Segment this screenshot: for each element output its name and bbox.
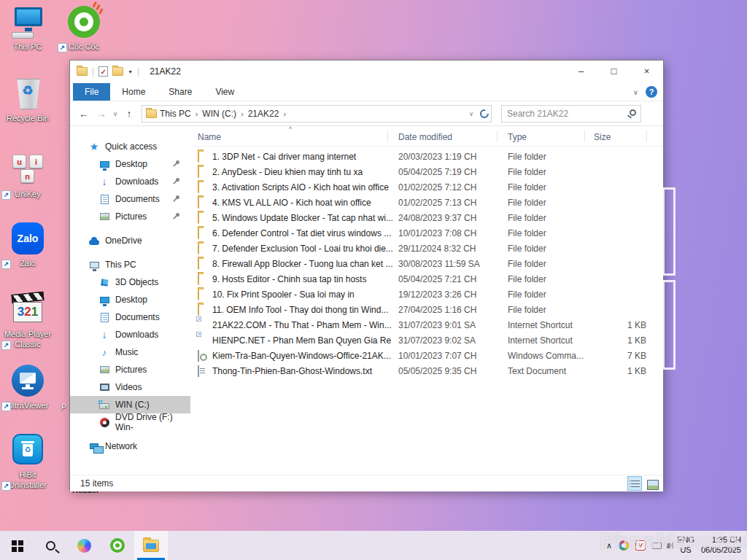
file-row[interactable]: 3. Activation Scripts AIO - Kich hoat wi… xyxy=(190,180,663,195)
sidebar-item-onedrive[interactable]: OneDrive xyxy=(70,232,190,249)
desktop-icon-thispc[interactable]: This PC xyxy=(0,4,55,52)
properties-icon[interactable]: ✓ xyxy=(98,66,108,77)
unikey-tray-icon[interactable]: V xyxy=(635,540,646,551)
copilot-button[interactable] xyxy=(67,531,101,560)
tab-view[interactable]: View xyxy=(204,84,246,101)
clock[interactable]: 1:35 CH 06/05/2025 xyxy=(701,535,741,556)
back-button[interactable]: ← xyxy=(76,108,92,120)
file-row[interactable]: 2. AnyDesk - Dieu khien may tinh tu xa 0… xyxy=(190,165,663,180)
sidebar-item-pictures[interactable]: Pictures xyxy=(70,361,190,378)
file-icon xyxy=(198,152,199,162)
new-folder-icon[interactable] xyxy=(112,67,123,76)
details-view-button[interactable] xyxy=(627,476,642,491)
tab-file[interactable]: File xyxy=(73,83,110,101)
file-row[interactable]: 8. Firewall App Blocker - Tuong lua chan… xyxy=(190,257,663,272)
desktop-icon-mpc[interactable]: 321 ↗ Media Player Classic xyxy=(0,292,55,350)
file-row[interactable]: 4. KMS VL ALL AIO - Kich hoat win office… xyxy=(190,195,663,211)
file-row[interactable]: 9. Hosts Editor - Chinh sua tap tin host… xyxy=(190,272,663,287)
desktop-icon-uv[interactable]: ↗ UltraViewer xyxy=(0,363,55,411)
column-divider[interactable] xyxy=(387,131,388,142)
sidebar-item-downloads[interactable]: ↓ Downloads xyxy=(70,173,190,190)
file-row[interactable]: 6. Defender Control - Tat diet virus win… xyxy=(190,226,663,241)
titlebar[interactable]: | ✓ ▼ | 21AK22 – □ × xyxy=(70,61,663,82)
column-header-name[interactable]: Name xyxy=(198,132,221,142)
sidebar-item-downloads[interactable]: ↓ Downloads xyxy=(70,326,190,343)
sidebar-item-videos[interactable]: Videos xyxy=(70,378,190,396)
column-headers: ^ Name Date modified Type Size xyxy=(190,126,663,147)
breadcrumb-folder[interactable]: 21AK22 xyxy=(245,109,282,119)
sidebar-item-documents[interactable]: Documents xyxy=(70,190,190,208)
file-name: 6. Defender Control - Tat diet virus win… xyxy=(212,228,395,238)
breadcrumb-drive[interactable]: WIN (C:) xyxy=(199,109,239,119)
desktop-icon-coccoc[interactable]: ↗ Cốc Cốc xyxy=(56,4,112,52)
refresh-icon[interactable] xyxy=(480,109,489,118)
search-box[interactable] xyxy=(501,105,641,122)
minimize-button[interactable]: – xyxy=(565,61,597,82)
recent-locations-icon[interactable]: ∨ xyxy=(111,110,120,117)
column-divider[interactable] xyxy=(584,131,585,142)
coccoc-taskbar-button[interactable] xyxy=(101,531,134,560)
sidebar-item-win-c-[interactable]: WIN (C:) xyxy=(70,396,190,413)
desktop-icon-label: Recycle Bin xyxy=(0,114,55,124)
language-indicator[interactable]: ENG US xyxy=(677,535,694,556)
forward-button[interactable]: → xyxy=(93,108,109,120)
desktop-icon-recycle[interactable]: ♻ Recycle Bin xyxy=(0,76,55,124)
tab-home[interactable]: Home xyxy=(110,84,157,101)
display-tray-icon[interactable] xyxy=(652,542,662,549)
sidebar-item-icon xyxy=(98,311,110,323)
desktop-icon-hibit[interactable]: ♻ ↗ HiBit Uninstaller xyxy=(0,432,55,491)
sidebar-item-label: Videos xyxy=(115,382,142,392)
file-explorer-taskbar-button[interactable] xyxy=(134,531,168,560)
up-button[interactable]: ↑ xyxy=(121,108,137,120)
column-header-type[interactable]: Type xyxy=(508,132,527,142)
sidebar-item-icon xyxy=(98,399,110,411)
volume-icon[interactable] xyxy=(667,543,670,548)
file-date-modified: 01/02/2025 7:13 CH xyxy=(398,198,476,208)
address-bar[interactable]: This PC › WIN (C:) › 21AK22 › ∨ xyxy=(142,105,492,122)
sidebar-item-documents[interactable]: Documents xyxy=(70,308,190,326)
tray-app-icon[interactable] xyxy=(619,540,629,551)
thumbnail-view-button[interactable] xyxy=(644,476,659,491)
sidebar-item-this-pc[interactable]: This PC xyxy=(70,256,190,273)
tray-expand-icon[interactable]: ∧ xyxy=(606,541,612,551)
file-row[interactable]: 11. OEM Info Tool - Thay doi thong tin W… xyxy=(190,303,663,318)
sidebar-item-network[interactable]: Network xyxy=(70,438,190,455)
column-header-date[interactable]: Date modified xyxy=(398,132,452,142)
sidebar-item-desktop[interactable]: Desktop xyxy=(70,155,190,173)
file-row[interactable]: ↗ 21AK22.COM - Thu That - Pham Mem - Win… xyxy=(190,318,663,333)
sidebar-item-music[interactable]: ♪ Music xyxy=(70,343,190,361)
ribbon-collapse-icon[interactable]: ∨ xyxy=(633,88,638,96)
file-row[interactable]: 10. Fix Print Spooler - Sua loi may in 1… xyxy=(190,287,663,303)
sidebar-item-3d-objects[interactable]: 3D Objects xyxy=(70,273,190,291)
column-header-size[interactable]: Size xyxy=(594,132,611,142)
desktop-icon-zalo[interactable]: Zalo ↗ Zalo xyxy=(0,221,55,269)
file-row[interactable]: ↗ HIENPC.NET - Phan Mem Ban Quyen Gia Re… xyxy=(190,333,663,349)
file-row[interactable]: 5. Windows Update Blocker - Tat cap nhat… xyxy=(190,211,663,226)
taskbar: ∧ V ENG US 1:35 CH 06/05/2025 xyxy=(0,531,747,560)
close-button[interactable]: × xyxy=(630,61,663,82)
taskbar-search-button[interactable] xyxy=(34,531,67,560)
help-icon[interactable]: ? xyxy=(646,86,657,98)
file-explorer-icon xyxy=(143,540,159,552)
file-name: 5. Windows Update Blocker - Tat cap nhat… xyxy=(212,213,395,223)
search-input[interactable] xyxy=(502,106,640,122)
sidebar-item-quick-access[interactable]: ★ Quick access xyxy=(70,138,190,155)
sidebar-item-dvd-drive-f-win-[interactable]: DVD Drive (F:) Win- xyxy=(70,413,190,431)
maximize-button[interactable]: □ xyxy=(597,61,630,82)
sidebar-item-pictures[interactable]: Pictures xyxy=(70,208,190,225)
file-name: 2. AnyDesk - Dieu khien may tinh tu xa xyxy=(212,167,395,177)
address-dropdown-icon[interactable]: ∨ xyxy=(467,110,476,117)
desktop-icon-unikey[interactable]: uin ↗ UniKey xyxy=(0,152,55,200)
qat-dropdown-icon[interactable]: ▼ xyxy=(128,69,133,74)
sidebar-item-desktop[interactable]: Desktop xyxy=(70,291,190,308)
start-button[interactable] xyxy=(0,531,34,560)
tab-share[interactable]: Share xyxy=(157,84,204,101)
column-divider[interactable] xyxy=(646,131,647,142)
file-row[interactable]: 7. Defender Exclusion Tool - Loai tru kh… xyxy=(190,241,663,257)
file-row[interactable]: Thong-Tin-Phien-Ban-Ghost-Windows.txt 05… xyxy=(190,364,663,379)
column-divider[interactable] xyxy=(497,131,498,142)
breadcrumb-this-pc[interactable]: This PC xyxy=(157,109,194,119)
file-row[interactable]: Kiem-Tra-Ban-Quyen-Windows-Office-21AK..… xyxy=(190,349,663,364)
search-icon xyxy=(46,541,55,551)
file-row[interactable]: 1. 3DP Net - Cai driver mang internet 20… xyxy=(190,149,663,165)
